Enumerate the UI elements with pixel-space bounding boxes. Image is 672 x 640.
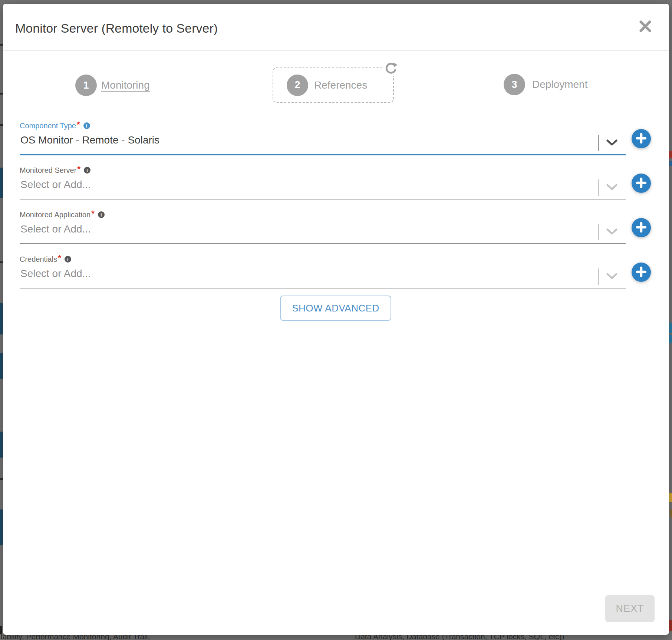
add-credentials-button[interactable] [632,263,651,282]
chevron-down-icon[interactable] [606,228,617,235]
step-1-monitoring[interactable]: Monitoring [101,75,150,96]
header-divider [3,50,669,51]
field-divider [598,179,599,196]
monitored-server-select[interactable]: Select or Add... [20,179,91,191]
bg-fragment [669,323,672,333]
chevron-down-icon[interactable] [606,273,617,280]
monitored-server-label: Monitored Server*i [20,165,90,175]
bg-fragment [0,44,3,46]
add-monitored-application-button[interactable] [632,218,651,237]
step-3-badge: 3 [504,74,525,95]
chevron-down-icon[interactable] [606,184,617,191]
component-type-value[interactable]: OS Monitor - Remote - Solaris [20,134,159,146]
credentials-field: Credentials*i Select or Add... [20,254,626,288]
plus-icon [636,178,646,189]
step-2-label: References [314,79,367,91]
field-divider [598,224,599,240]
bg-fragment [669,161,672,166]
show-advanced-button[interactable]: SHOW ADVANCED [280,296,391,321]
monitored-server-field: Monitored Server*i Select or Add... [20,165,626,199]
bg-fragment [669,493,672,502]
step-3-deployment: Deployment [532,74,587,95]
plus-icon [636,267,646,278]
field-divider [598,135,599,151]
step-1-badge: 1 [75,75,97,96]
bg-fragment [669,151,672,158]
required-marker: * [91,209,95,218]
required-marker: * [77,120,80,129]
bg-fragment [669,620,672,631]
plus-icon [636,133,646,145]
required-marker: * [77,164,80,174]
bg-fragment [0,478,3,480]
plus-icon [636,222,646,234]
refresh-icon[interactable] [383,62,398,76]
bg-fragment [669,335,672,343]
add-monitored-server-button[interactable] [632,174,651,193]
add-component-type-button[interactable] [632,129,651,148]
step-2-badge: 2 [287,75,308,96]
close-icon [639,20,652,34]
bg-fragment [0,124,3,126]
info-icon[interactable]: i [84,167,90,174]
step-2-references: 2 References [273,67,394,103]
close-button[interactable] [636,18,654,36]
field-divider [598,268,599,285]
bg-fragment [0,93,3,95]
info-icon[interactable]: i [83,122,90,129]
info-icon[interactable]: i [98,211,105,218]
bg-fragment [0,261,3,263]
bg-fragment [670,509,672,517]
credentials-label: Credentials*i [20,254,71,264]
component-type-field: Component Type*i OS Monitor - Remote - S… [20,121,626,155]
monitored-application-field: Monitored Application*i Select or Add... [20,210,626,244]
component-type-label: Component Type*i [20,121,90,131]
required-marker: * [58,253,61,263]
dialog-title: Monitor Server (Remotely to Server) [15,20,218,36]
monitor-server-dialog: Monitor Server (Remotely to Server) 1 Mo… [3,4,669,635]
monitored-application-select[interactable]: Select or Add... [20,223,91,235]
credentials-select[interactable]: Select or Add... [20,268,91,280]
monitored-application-label: Monitored Application*i [20,210,105,220]
chevron-down-icon[interactable] [606,139,617,146]
info-icon[interactable]: i [65,256,71,263]
next-button[interactable]: NEXT [605,595,655,622]
